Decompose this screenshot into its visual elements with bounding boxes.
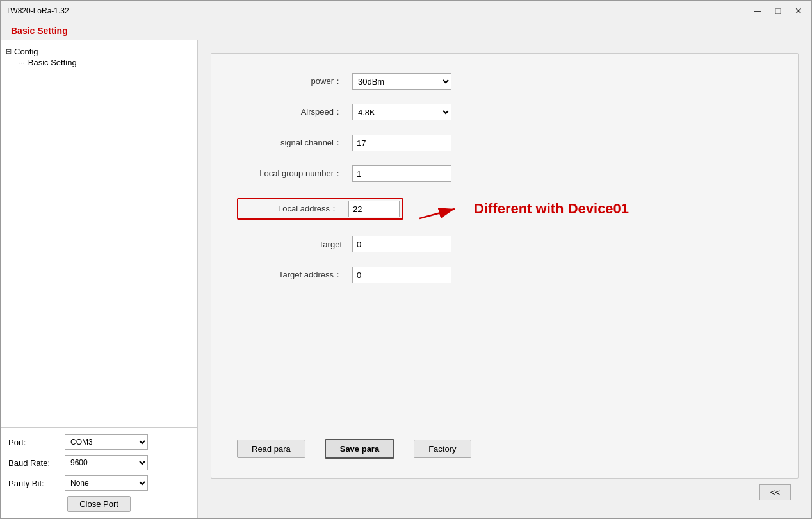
sidebar-bottom-panel: Port: COM3 Baud Rate: 9600 Parity Bit: N… — [1, 427, 197, 518]
close-port-button[interactable]: Close Port — [67, 496, 131, 512]
baud-label: Baud Rate: — [8, 458, 60, 468]
save-para-button[interactable]: Save para — [325, 439, 394, 459]
local-group-label: Local group number： — [237, 168, 352, 179]
local-address-highlight: Local address： — [237, 198, 403, 220]
annotation-text: Different with Device01 — [474, 201, 629, 217]
airspeed-label: Airspeed： — [237, 106, 352, 118]
target-address-input[interactable] — [352, 267, 451, 283]
minimize-button[interactable]: ─ — [750, 3, 765, 19]
target-row: Target — [237, 236, 772, 252]
factory-button[interactable]: Factory — [414, 440, 471, 458]
target-input[interactable] — [352, 236, 451, 252]
close-button[interactable]: ✕ — [791, 3, 806, 19]
main-content: ⊟ Config ··· Basic Setting Port: COM3 Ba — [1, 40, 811, 518]
settings-form: power： 30dBm 27dBm 20dBm Airspeed： 4.8K … — [237, 73, 772, 420]
window-controls: ─ □ ✕ — [750, 3, 806, 19]
tab-bar: Basic Setting — [1, 21, 811, 40]
nav-back-button[interactable]: << — [759, 484, 791, 500]
tree-root[interactable]: ⊟ Config — [6, 45, 192, 58]
parity-label: Parity Bit: — [8, 479, 60, 488]
sidebar: ⊟ Config ··· Basic Setting Port: COM3 Ba — [1, 40, 198, 518]
power-label: power： — [237, 76, 352, 87]
local-address-label: Local address： — [241, 203, 348, 215]
basic-setting-tab[interactable]: Basic Setting — [6, 23, 73, 38]
port-select[interactable]: COM3 — [65, 434, 148, 450]
local-group-row: Local group number： — [237, 165, 772, 182]
power-row: power： 30dBm 27dBm 20dBm — [237, 73, 772, 90]
tree-collapse-icon: ⊟ — [6, 47, 12, 56]
local-address-input[interactable] — [348, 201, 400, 217]
local-group-input[interactable] — [352, 165, 451, 182]
airspeed-select[interactable]: 4.8K 2.4K 9.6K 19.2K — [352, 104, 451, 120]
signal-channel-label: signal channel： — [237, 137, 352, 149]
settings-box: power： 30dBm 27dBm 20dBm Airspeed： 4.8K … — [211, 53, 799, 479]
tree-area: ⊟ Config ··· Basic Setting — [1, 40, 197, 427]
svg-line-1 — [419, 209, 455, 218]
target-label: Target — [237, 240, 352, 249]
tree-child-row: ··· Basic Setting — [6, 58, 192, 67]
main-window: TW820-LoRa-1.32 ─ □ ✕ Basic Setting ⊟ Co… — [0, 0, 812, 519]
title-bar: TW820-LoRa-1.32 ─ □ ✕ — [1, 1, 811, 21]
read-para-button[interactable]: Read para — [237, 440, 305, 458]
power-select[interactable]: 30dBm 27dBm 20dBm — [352, 73, 451, 90]
arrow-icon — [416, 196, 467, 222]
tree-root-label: Config — [14, 47, 38, 56]
local-address-row: Local address： — [237, 196, 772, 222]
right-panel: power： 30dBm 27dBm 20dBm Airspeed： 4.8K … — [198, 40, 811, 518]
bottom-nav-bar: << — [211, 479, 799, 506]
window-title: TW820-LoRa-1.32 — [6, 6, 69, 15]
annotation-area: Different with Device01 — [416, 196, 629, 222]
port-label: Port: — [8, 438, 60, 447]
parity-select[interactable]: None — [65, 475, 148, 491]
tree-child-label[interactable]: Basic Setting — [28, 58, 77, 67]
baud-row: Baud Rate: 9600 — [8, 455, 190, 470]
airspeed-row: Airspeed： 4.8K 2.4K 9.6K 19.2K — [237, 104, 772, 120]
signal-channel-row: signal channel： — [237, 135, 772, 151]
parity-row: Parity Bit: None — [8, 475, 190, 491]
target-address-label: Target address： — [237, 269, 352, 281]
baud-select[interactable]: 9600 — [65, 455, 148, 470]
signal-channel-input[interactable] — [352, 135, 451, 151]
maximize-button[interactable]: □ — [770, 3, 786, 19]
port-row: Port: COM3 — [8, 434, 190, 450]
target-address-row: Target address： — [237, 267, 772, 283]
tree-line-icon: ··· — [19, 59, 24, 67]
buttons-row: Read para Save para Factory — [237, 432, 772, 459]
